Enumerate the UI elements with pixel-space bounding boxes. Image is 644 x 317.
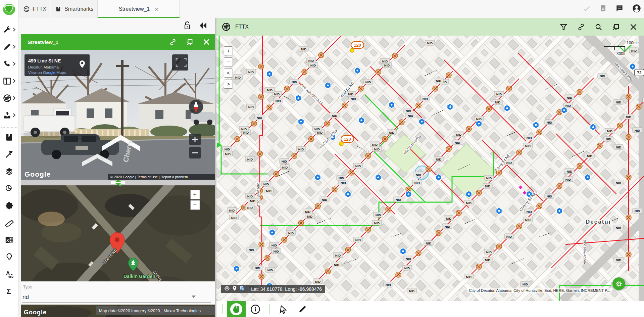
splice-marker[interactable] bbox=[433, 86, 438, 91]
info-tool[interactable] bbox=[250, 304, 260, 314]
nid-label[interactable]: NID bbox=[624, 114, 633, 119]
minimap-zoom-in[interactable]: + bbox=[191, 190, 200, 199]
splice-marker[interactable] bbox=[446, 73, 451, 78]
splice-marker[interactable] bbox=[259, 242, 264, 247]
minimap-zoom-out[interactable]: − bbox=[191, 200, 200, 210]
splice-marker[interactable] bbox=[258, 94, 264, 99]
nid-label[interactable]: NID bbox=[404, 108, 413, 113]
rail-pickaxe-button[interactable] bbox=[0, 147, 18, 162]
equipment-marker-blue[interactable] bbox=[585, 174, 591, 181]
nid-label[interactable]: NID bbox=[484, 175, 494, 180]
fullscreen-button[interactable] bbox=[172, 54, 188, 71]
pin-icon[interactable] bbox=[232, 285, 237, 292]
nid-label[interactable]: NID bbox=[280, 165, 290, 170]
map-settings-button[interactable] bbox=[612, 277, 625, 290]
zoom-in-button[interactable]: + bbox=[224, 46, 233, 55]
splice-marker[interactable] bbox=[617, 123, 623, 128]
draw-tool[interactable] bbox=[298, 305, 307, 314]
nid-label[interactable]: NID bbox=[525, 209, 534, 214]
nid-label[interactable]: NID bbox=[387, 130, 396, 135]
equipment-marker-blue[interactable]: 4 bbox=[296, 95, 301, 102]
nid-label[interactable]: NID bbox=[223, 151, 233, 156]
nid-label[interactable]: NID bbox=[420, 96, 430, 101]
rail-excel-button[interactable]: X bbox=[0, 232, 18, 247]
nid-label[interactable]: NID bbox=[229, 215, 239, 220]
nid-label[interactable]: NID bbox=[598, 73, 607, 78]
nid-label[interactable]: NID bbox=[633, 208, 642, 213]
nid-label[interactable]: NID bbox=[271, 248, 281, 254]
rail-export-button[interactable] bbox=[0, 108, 18, 123]
equipment-marker-blue[interactable] bbox=[325, 82, 331, 89]
splice-marker[interactable] bbox=[496, 244, 502, 249]
splice-marker[interactable] bbox=[257, 151, 263, 156]
nid-label[interactable]: NID bbox=[483, 183, 492, 188]
equipment-marker-blue[interactable] bbox=[345, 191, 351, 198]
nid-label[interactable]: NID bbox=[424, 240, 433, 245]
approve-check-icon[interactable] bbox=[582, 4, 591, 14]
nid-label[interactable]: NID bbox=[306, 58, 316, 63]
equipment-marker-blue[interactable] bbox=[533, 122, 539, 129]
nid-label[interactable]: NID bbox=[545, 120, 554, 125]
nid-label[interactable]: NID bbox=[265, 267, 275, 272]
select-tool[interactable] bbox=[279, 305, 288, 314]
nid-label[interactable]: NID bbox=[523, 217, 533, 222]
nid-label[interactable]: NID bbox=[330, 113, 339, 118]
nid-label[interactable]: NID bbox=[233, 75, 243, 80]
tab-fttx[interactable]: FTTX bbox=[18, 0, 50, 18]
nid-label[interactable]: NID bbox=[339, 180, 348, 185]
splice-marker[interactable] bbox=[349, 170, 354, 175]
splice-marker[interactable] bbox=[399, 120, 404, 125]
splice-marker[interactable] bbox=[251, 121, 257, 126]
nid-label[interactable]: NID bbox=[239, 126, 249, 131]
streetview-photo[interactable]: Cherry 499 Line St NE Decatur, Alabama V… bbox=[21, 50, 215, 180]
splice-marker[interactable] bbox=[365, 227, 371, 232]
rail-bulb-button[interactable] bbox=[0, 250, 18, 264]
pan-tool-button[interactable] bbox=[227, 301, 246, 317]
map-header[interactable]: FTTX bbox=[216, 18, 644, 36]
panel-splitter[interactable] bbox=[21, 180, 215, 185]
splice-marker[interactable] bbox=[325, 121, 330, 126]
splice-marker[interactable] bbox=[537, 130, 542, 135]
clear-coords-icon[interactable] bbox=[224, 285, 230, 292]
splice-marker[interactable] bbox=[267, 105, 272, 110]
close-icon[interactable] bbox=[198, 39, 215, 45]
splice-marker[interactable] bbox=[557, 183, 562, 189]
close-icon[interactable] bbox=[625, 24, 642, 30]
splice-marker[interactable] bbox=[282, 237, 287, 242]
equipment-marker-blue[interactable] bbox=[419, 118, 425, 125]
nid-label[interactable]: NID bbox=[406, 113, 415, 118]
nid-label[interactable]: NID bbox=[402, 265, 412, 270]
nid-label[interactable]: NID bbox=[394, 197, 403, 202]
nid-label[interactable]: NID bbox=[521, 281, 530, 286]
equipment-marker-blue[interactable]: 4 bbox=[590, 124, 596, 131]
nid-label[interactable]: NID bbox=[604, 136, 613, 141]
splice-marker[interactable] bbox=[597, 143, 602, 148]
account-icon[interactable] bbox=[632, 4, 641, 14]
splice-marker[interactable] bbox=[577, 163, 582, 169]
nid-label[interactable]: NID bbox=[245, 193, 255, 198]
splice-marker[interactable] bbox=[626, 252, 631, 257]
nid-label[interactable]: NID bbox=[372, 220, 382, 225]
nid-label[interactable]: NID bbox=[444, 216, 453, 221]
nid-label[interactable]: NID bbox=[380, 58, 390, 63]
nid-label[interactable]: NID bbox=[614, 99, 623, 104]
search-icon[interactable] bbox=[590, 23, 607, 31]
close-icon[interactable] bbox=[155, 7, 158, 11]
zoom-out-button[interactable]: − bbox=[224, 57, 233, 66]
splice-marker[interactable] bbox=[626, 215, 631, 220]
splice-marker[interactable] bbox=[358, 86, 363, 91]
nid-label[interactable]: NID bbox=[227, 208, 237, 213]
nid-label[interactable]: NID bbox=[286, 230, 296, 235]
nid-label[interactable]: NID bbox=[504, 234, 514, 239]
nid-label[interactable]: NID bbox=[384, 282, 393, 287]
splice-marker[interactable] bbox=[386, 207, 391, 212]
nid-label[interactable]: NID bbox=[372, 146, 382, 151]
nid-label[interactable]: NID bbox=[246, 69, 256, 74]
equipment-marker-blue[interactable] bbox=[436, 174, 442, 181]
nid-label[interactable]: NID bbox=[633, 128, 642, 133]
equipment-marker-blue[interactable] bbox=[476, 120, 482, 127]
splice-marker[interactable] bbox=[577, 89, 582, 95]
rail-a480-button[interactable]: A480 bbox=[0, 267, 18, 281]
nid-label[interactable]: NID bbox=[264, 188, 274, 193]
equipment-marker-blue[interactable] bbox=[400, 248, 406, 255]
